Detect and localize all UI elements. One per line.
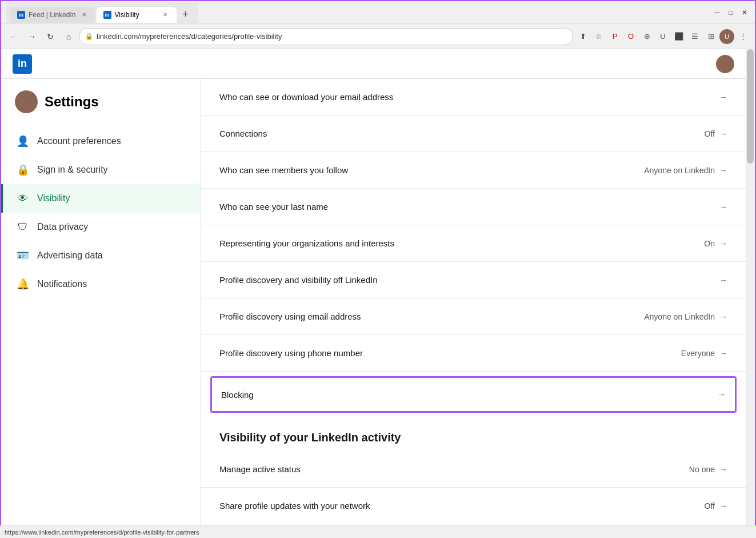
settings-section-profile: Who can see or download your email addre…	[201, 79, 746, 524]
browser-profile-avatar[interactable]: U	[719, 29, 734, 44]
toolbar-icons: ⬆ ☆ P O ⊕ U ⬛ ☰ ⊞ U ⋮	[575, 29, 750, 44]
settings-row-last-name[interactable]: Who can see your last name →	[201, 189, 746, 225]
sidebar-item-advertising-data[interactable]: 🪪 Advertising data	[1, 241, 201, 270]
row-value-discovery-email: Anyone on LinkedIn	[644, 312, 715, 321]
sidebar-label-sign-in-security: Sign in & security	[37, 165, 108, 175]
reload-button[interactable]: ↻	[42, 29, 58, 45]
tab-label-feed: Feed | LinkedIn	[29, 11, 76, 19]
row-value-active-status: No one	[689, 465, 715, 474]
settings-row-members-follow[interactable]: Who can see members you follow Anyone on…	[201, 152, 746, 189]
sidebar-item-visibility[interactable]: 👁 Visibility	[1, 184, 201, 213]
arrow-members-follow: →	[719, 166, 727, 175]
row-value-connections: Off	[705, 129, 715, 138]
close-button[interactable]: ✕	[739, 7, 750, 18]
forward-button[interactable]: →	[24, 29, 40, 45]
arrow-discovery-off-linkedin: →	[719, 276, 727, 285]
linkedin-header-right	[716, 55, 734, 73]
settings-row-blocking[interactable]: Blocking →	[210, 376, 737, 413]
arrow-last-name: →	[719, 202, 727, 212]
row-label-discovery-phone: Profile discovery using phone number	[219, 348, 681, 358]
browser-titlebar: in Feed | LinkedIn ✕ in Visibility ✕ + ─…	[1, 1, 755, 24]
extension1-icon[interactable]: ⊕	[639, 29, 654, 44]
scrollbar-track[interactable]	[746, 49, 755, 537]
tab-add-button[interactable]: +	[178, 7, 194, 23]
arrow-email-download: →	[719, 93, 727, 102]
row-value-discovery-phone: Everyone	[681, 349, 715, 358]
linkedin-user-avatar[interactable]	[716, 55, 734, 73]
arrow-share-updates: →	[719, 501, 727, 511]
settings-row-email-download[interactable]: Who can see or download your email addre…	[201, 79, 746, 115]
sidebar-avatar	[15, 90, 38, 113]
settings-row-discovery-email[interactable]: Profile discovery using email address An…	[201, 298, 746, 335]
linkedin-logo[interactable]: in	[13, 54, 32, 74]
sidebar-item-sign-in-security[interactable]: 🔒 Sign in & security	[1, 156, 201, 184]
opera-icon[interactable]: O	[623, 29, 638, 44]
sidebar-toggle-icon[interactable]: ⊞	[703, 29, 718, 44]
sidebar-label-visibility: Visibility	[37, 193, 70, 204]
tab-close-visibility[interactable]: ✕	[161, 10, 170, 19]
arrow-discovery-phone: →	[719, 349, 727, 358]
share-icon[interactable]: ⬆	[575, 29, 590, 44]
minimize-button[interactable]: ─	[711, 7, 723, 18]
home-button[interactable]: ⌂	[61, 29, 77, 45]
sign-in-security-icon: 🔒	[17, 164, 29, 176]
maximize-button[interactable]: □	[725, 7, 737, 18]
sidebar-label-account-preferences: Account preferences	[37, 136, 121, 146]
row-value-organizations: On	[704, 239, 715, 248]
row-label-members-follow: Who can see members you follow	[219, 165, 644, 175]
extension3-icon[interactable]: ⬛	[671, 29, 686, 44]
address-bar[interactable]: 🔒 linkedin.com/mypreferences/d/categorie…	[79, 28, 573, 45]
address-bar-row: ← → ↻ ⌂ 🔒 linkedin.com/mypreferences/d/c…	[1, 24, 755, 49]
row-label-share-updates: Share profile updates with your network	[219, 501, 705, 511]
settings-row-connections[interactable]: Connections Off →	[201, 115, 746, 152]
arrow-organizations: →	[719, 239, 727, 248]
sidebar-label-advertising-data: Advertising data	[37, 250, 103, 261]
row-label-blocking: Blocking	[221, 390, 713, 400]
row-label-discovery-email: Profile discovery using email address	[219, 312, 644, 321]
main-settings-content: Who can see or download your email addre…	[201, 79, 746, 537]
arrow-discovery-email: →	[719, 312, 727, 321]
row-label-discovery-off-linkedin: Profile discovery and visibility off Lin…	[219, 275, 715, 285]
tab-favicon-visibility: in	[103, 11, 111, 19]
data-privacy-icon: 🛡	[17, 221, 29, 233]
sidebar: Settings 👤 Account preferences 🔒 Sign in…	[1, 79, 201, 537]
settings-row-active-status[interactable]: Manage active status No one →	[201, 451, 746, 488]
arrow-connections: →	[719, 129, 727, 138]
tab-bar: in Feed | LinkedIn ✕ in Visibility ✕ +	[6, 2, 198, 23]
tab-favicon-feed: in	[17, 11, 25, 19]
more-icon[interactable]: ⋮	[735, 29, 750, 44]
tab-visibility[interactable]: in Visibility ✕	[97, 7, 177, 23]
row-label-email-download: Who can see or download your email addre…	[219, 92, 715, 102]
sidebar-label-data-privacy: Data privacy	[37, 222, 88, 232]
sidebar-item-account-preferences[interactable]: 👤 Account preferences	[1, 127, 201, 156]
blocking-row-wrapper: Blocking →	[201, 372, 746, 417]
browser-content: in Settings 👤 Account preferences 🔒 S	[1, 49, 755, 537]
account-preferences-icon: 👤	[17, 135, 29, 148]
scrollbar-thumb[interactable]	[747, 49, 754, 164]
sidebar-item-notifications[interactable]: 🔔 Notifications	[1, 270, 201, 298]
row-label-last-name: Who can see your last name	[219, 202, 715, 212]
settings-row-discovery-off-linkedin[interactable]: Profile discovery and visibility off Lin…	[201, 262, 746, 298]
address-text: linkedin.com/mypreferences/d/categories/…	[97, 32, 567, 41]
browser-frame: in Feed | LinkedIn ✕ in Visibility ✕ + ─…	[0, 0, 756, 538]
row-value-share-updates: Off	[705, 501, 715, 511]
back-button[interactable]: ←	[6, 29, 22, 45]
menu-icon[interactable]: ☰	[687, 29, 702, 44]
status-url: https://www.linkedin.com/mypreferences/d…	[5, 529, 199, 536]
pocket-icon[interactable]: P	[607, 29, 622, 44]
row-label-organizations: Representing your organizations and inte…	[219, 238, 704, 248]
notifications-icon: 🔔	[17, 278, 29, 290]
advertising-data-icon: 🪪	[17, 249, 29, 262]
row-value-members-follow: Anyone on LinkedIn	[644, 166, 715, 175]
bookmark-icon[interactable]: ☆	[591, 29, 606, 44]
settings-row-share-updates[interactable]: Share profile updates with your network …	[201, 488, 746, 524]
tab-label-visibility: Visibility	[115, 11, 139, 19]
settings-layout: Settings 👤 Account preferences 🔒 Sign in…	[1, 79, 746, 537]
extension2-icon[interactable]: U	[655, 29, 670, 44]
settings-row-discovery-phone[interactable]: Profile discovery using phone number Eve…	[201, 335, 746, 372]
sidebar-item-data-privacy[interactable]: 🛡 Data privacy	[1, 213, 201, 241]
settings-row-organizations[interactable]: Representing your organizations and inte…	[201, 225, 746, 262]
sidebar-header: Settings	[1, 90, 201, 127]
tab-close-feed[interactable]: ✕	[79, 10, 89, 19]
tab-feed[interactable]: in Feed | LinkedIn ✕	[10, 7, 95, 23]
